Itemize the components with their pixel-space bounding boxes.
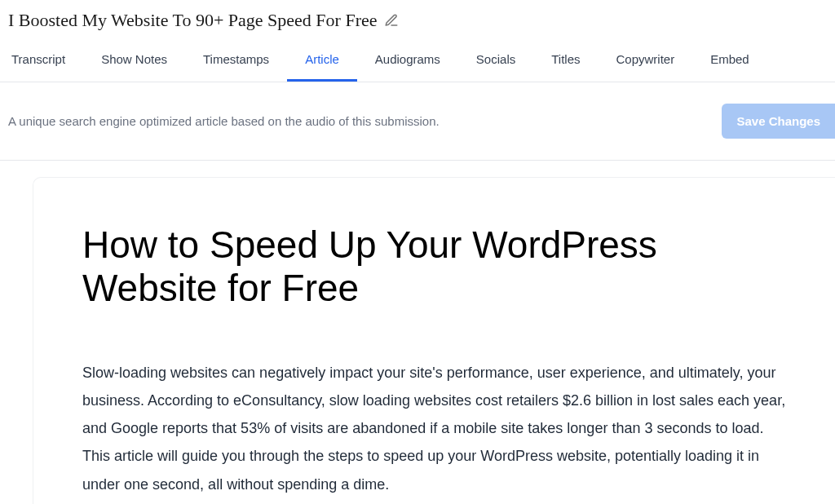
article-container: How to Speed Up Your WordPress Website f… — [33, 177, 835, 504]
tab-socials[interactable]: Socials — [458, 38, 533, 82]
tab-titles[interactable]: Titles — [533, 38, 598, 82]
edit-icon[interactable] — [384, 13, 399, 28]
tab-copywriter[interactable]: Copywriter — [599, 38, 693, 82]
tab-audiograms[interactable]: Audiograms — [357, 38, 458, 82]
subheader-row: A unique search engine optimized article… — [0, 82, 835, 161]
tab-transcript[interactable]: Transcript — [8, 38, 83, 82]
tab-description: A unique search engine optimized article… — [8, 114, 440, 128]
header-row: I Boosted My Website To 90+ Page Speed F… — [0, 0, 835, 38]
tab-embed[interactable]: Embed — [692, 38, 767, 82]
article-title: How to Speed Up Your WordPress Website f… — [82, 223, 788, 310]
article-body: Slow-loading websites can negatively imp… — [82, 359, 788, 498]
tabs-nav: Transcript Show Notes Timestamps Article… — [0, 38, 835, 82]
tab-show-notes[interactable]: Show Notes — [83, 38, 185, 82]
tab-article[interactable]: Article — [287, 38, 357, 82]
tab-timestamps[interactable]: Timestamps — [185, 38, 287, 82]
save-changes-button[interactable]: Save Changes — [722, 104, 835, 139]
page-title: I Boosted My Website To 90+ Page Speed F… — [8, 10, 378, 31]
